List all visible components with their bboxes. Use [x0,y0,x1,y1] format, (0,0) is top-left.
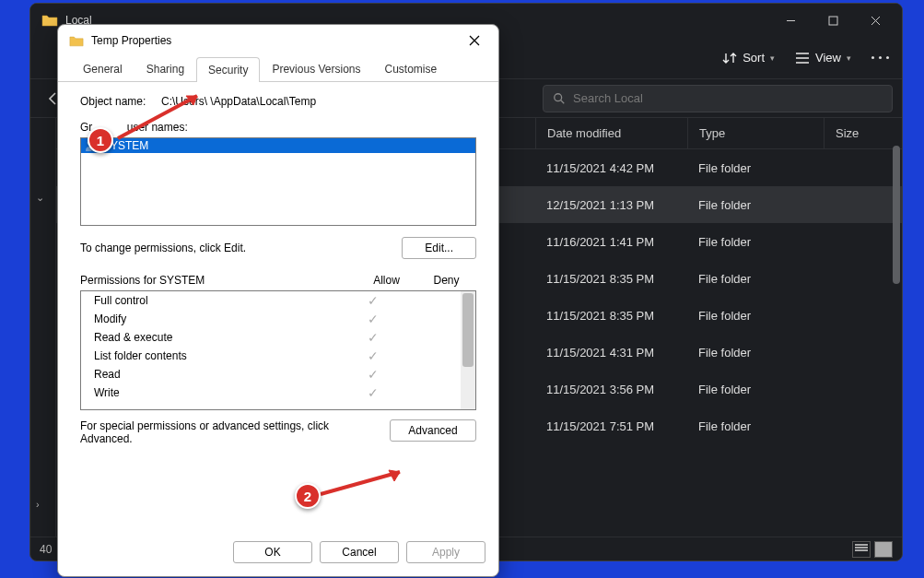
allow-check-icon: ✓ [343,367,403,382]
svg-line-8 [561,100,565,103]
dialog-titlebar: Temp Properties [58,25,498,56]
permission-row: Write✓ [81,383,475,402]
nav-tree: ⌄ › [30,118,56,537]
permission-row: Read✓ [81,365,475,383]
tab-previous-versions[interactable]: Previous Versions [260,56,372,81]
search-box[interactable] [543,85,893,112]
permission-name: List folder contents [94,349,343,362]
folder-icon [69,35,84,47]
allow-check-icon: ✓ [343,348,403,363]
edit-button[interactable]: Edit... [402,237,476,259]
users-list[interactable]: SYSTEM [80,137,476,226]
permissions-list: Full control✓Modify✓Read & execute✓List … [80,290,476,410]
column-type[interactable]: Type [687,118,824,148]
minimize-button[interactable] [769,6,812,34]
column-size[interactable]: Size [824,118,897,148]
cell-date: 11/15/2021 3:56 PM [535,383,687,396]
cell-date: 11/15/2021 4:42 PM [535,161,687,175]
maximize-button[interactable] [812,6,854,34]
cell-type: File folder [687,383,824,396]
tabs: GeneralSharingSecurityPrevious VersionsC… [58,56,498,82]
deny-column-header: Deny [416,274,476,287]
tab-security[interactable]: Security [196,57,260,82]
tab-sharing[interactable]: Sharing [135,56,196,81]
dialog-title: Temp Properties [91,34,454,47]
tree-expand-icon[interactable]: ⌄ [36,192,55,204]
cell-type: File folder [687,309,824,323]
svg-point-7 [555,93,562,100]
view-icon [795,51,810,65]
security-tab-content: Object name: C:\Users\ \AppData\Local\Te… [58,82,498,532]
allow-check-icon: ✓ [343,312,403,326]
sort-icon [722,51,737,65]
close-button[interactable] [854,6,896,34]
cell-type: File folder [687,346,824,360]
dialog-close-button[interactable] [462,28,487,53]
cell-date: 11/15/2021 8:35 PM [535,309,687,323]
search-input[interactable] [573,91,883,105]
sort-command[interactable]: Sort ▾ [722,51,775,65]
advanced-hint-text: For special permissions or advanced sett… [80,419,382,445]
folder-icon [41,14,58,27]
cell-date: 12/15/2021 1:13 PM [535,198,687,212]
chevron-down-icon: ▾ [847,53,851,63]
cell-type: File folder [687,272,824,286]
ok-button[interactable]: OK [233,541,312,563]
svg-line-15 [321,472,400,494]
cell-type: File folder [687,235,824,249]
view-command[interactable]: View ▾ [795,51,851,65]
allow-check-icon: ✓ [343,385,403,400]
cancel-button[interactable]: Cancel [320,541,399,563]
annotation-arrow-2 [315,465,416,501]
allow-check-icon: ✓ [343,330,403,345]
permission-name: Read [94,368,343,381]
permission-row: Read & execute✓ [81,328,475,347]
permission-name: Write [94,386,343,399]
more-menu[interactable] [871,56,889,59]
scrollbar[interactable] [893,146,900,284]
cell-date: 11/16/2021 1:41 PM [535,235,687,249]
apply-button[interactable]: Apply [406,541,485,563]
permission-name: Full control [94,294,343,307]
view-details-toggle[interactable] [852,541,871,558]
permission-row: Full control✓ [81,291,475,310]
allow-check-icon: ✓ [343,293,403,308]
ellipsis-icon [871,56,889,59]
column-date[interactable]: Date modified [535,118,687,148]
view-icons-toggle[interactable] [874,541,893,558]
advanced-button[interactable]: Advanced [390,419,476,442]
tab-customise[interactable]: Customise [372,56,449,81]
annotation-badge-1: 1 [88,127,113,153]
annotation-badge-2: 2 [295,483,321,509]
cell-date: 11/15/2021 8:35 PM [535,272,687,286]
cell-type: File folder [687,419,824,433]
tab-general[interactable]: General [71,56,135,81]
cell-type: File folder [687,161,824,175]
edit-hint-text: To change permissions, click Edit. [80,242,394,254]
permission-row: Modify✓ [81,310,475,328]
svg-rect-1 [829,17,837,25]
svg-line-13 [118,96,197,138]
permission-row: List folder contents✓ [81,347,475,365]
permission-name: Modify [94,313,343,325]
chevron-down-icon: ▾ [770,53,775,63]
cell-date: 11/15/2021 4:31 PM [535,346,687,360]
cell-date: 11/15/2021 7:51 PM [535,419,687,433]
search-icon [553,92,566,105]
item-count: 40 [40,543,52,556]
tree-expand-icon[interactable]: › [36,499,55,510]
annotation-arrow-1 [112,88,214,144]
cell-type: File folder [687,198,824,212]
scrollbar[interactable] [461,291,475,409]
permissions-for-label: Permissions for SYSTEM [80,274,357,287]
permission-name: Read & execute [94,331,343,344]
dialog-buttons: OK Cancel Apply [58,532,498,576]
allow-column-header: Allow [357,274,416,287]
